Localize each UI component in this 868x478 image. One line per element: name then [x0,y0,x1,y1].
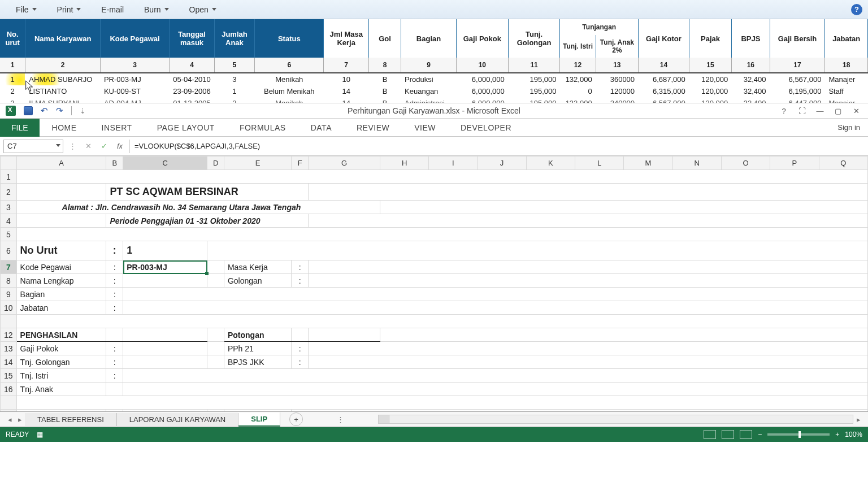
tab-insert[interactable]: INSERT [89,119,145,137]
cell[interactable] [309,274,868,288]
enter-icon[interactable]: ✓ [98,140,110,153]
cell[interactable] [207,328,224,342]
potongan-label[interactable]: Potongan [224,328,291,342]
tnj-anak-label[interactable]: Tnj. Anak [16,383,106,396]
save-icon[interactable] [24,106,33,115]
scroll-right-icon[interactable]: ▸ [853,415,863,424]
col-hdr[interactable]: E [224,157,291,170]
menu-open[interactable]: Open [179,5,227,14]
table-row[interactable]: 2 LISTIANTO KU-009-ST 23-09-2006 1 Belum… [0,85,868,97]
signin-link[interactable]: Sign in [837,123,868,132]
cell[interactable] [123,328,207,342]
colon-cell[interactable]: : [106,355,123,369]
cell[interactable] [123,301,868,315]
row-hdr[interactable]: 8 [1,274,17,288]
row-hdr[interactable]: 18 [1,410,17,412]
period-cell[interactable]: Periode Penggajian 01 -31 Oktober 2020 [106,214,309,228]
kode-label[interactable]: Kode Pegawai [16,260,106,274]
jabatan-label[interactable]: Jabatan [16,301,106,315]
cell[interactable] [380,201,868,214]
cell[interactable] [123,288,868,301]
sheet-tab-referensi[interactable]: TABEL REFERENSI [25,413,117,426]
table-row[interactable]: 1 AHMAD SUBARJO PR-003-MJ 05-04-2010 3 M… [0,73,868,85]
row-hdr[interactable]: 14 [1,355,17,369]
cell[interactable] [309,328,380,342]
table-row[interactable]: 3 ILMA SURYANI AD-004-MJ 01-12-2005 2 Me… [0,97,868,103]
col-hdr[interactable]: K [526,157,575,170]
cell[interactable] [292,410,868,412]
row-hdr[interactable]: 13 [1,342,17,355]
tab-review[interactable]: REVIEW [344,119,402,137]
zoom-slider[interactable] [767,433,830,436]
cell[interactable] [123,369,868,383]
colon-cell[interactable]: : [292,260,309,274]
cell[interactable] [106,383,123,396]
tab-data[interactable]: DATA [298,119,344,137]
row-hdr[interactable]: 10 [1,301,17,315]
view-pagelayout-icon[interactable] [722,430,734,439]
cell[interactable] [16,214,106,228]
colon-cell[interactable]: : [292,342,309,355]
help-icon[interactable]: ? [851,4,862,15]
menu-email[interactable]: E-mail [91,5,134,14]
row-hdr[interactable]: 7 [1,260,17,274]
tnj-gol-label[interactable]: Tnj. Golongan [16,355,106,369]
undo-icon[interactable]: ↶ [41,106,48,116]
col-hdr[interactable]: G [309,157,380,170]
macro-record-icon[interactable]: ▦ [37,431,43,438]
address-cell[interactable]: Alamat : Jln. Cendrawasih No. 34 Semaran… [16,201,380,214]
company-name[interactable]: PT SC AQWAM BERSINAR [106,184,309,201]
zoom-level[interactable]: 100% [845,431,862,438]
cell[interactable] [16,184,106,201]
sheet-tab-laporan[interactable]: LAPORAN GAJI KARYAWAN [117,413,239,426]
row-hdr[interactable]: 5 [1,228,17,241]
cell[interactable] [309,355,868,369]
formula-input[interactable]: =VLOOKUP($C$6,LAPGAJI,3,FALSE) [129,140,865,153]
new-sheet-button[interactable]: + [289,412,303,426]
col-hdr[interactable]: N [672,157,721,170]
row-hdr[interactable]: 6 [1,241,17,260]
colon-cell[interactable]: : [106,369,123,383]
sheet-tab-slip[interactable]: SLIP [238,412,280,427]
zoom-out-button[interactable]: − [758,431,762,438]
zoom-in-button[interactable]: + [835,431,839,438]
col-hdr[interactable]: D [207,157,224,170]
row-hdr[interactable]: 3 [1,201,17,214]
cell[interactable] [123,355,207,369]
customize-qat-icon[interactable]: ⇣ [80,107,86,115]
pph-label[interactable]: PPh 21 [224,342,291,355]
cell[interactable] [16,315,867,328]
chevron-down-icon[interactable] [56,144,60,147]
tab-view[interactable]: VIEW [402,119,448,137]
menu-file[interactable]: File [6,5,47,14]
cell[interactable] [207,241,868,260]
bpjs-label[interactable]: BPJS JKK [224,355,291,369]
col-hdr[interactable]: B [106,157,123,170]
tab-formulas[interactable]: FORMULAS [227,119,298,137]
select-all-cell[interactable] [1,157,17,170]
cell[interactable] [309,184,868,201]
row-hdr[interactable] [1,315,17,328]
gol-label[interactable]: Golongan [224,274,291,288]
menu-print[interactable]: Print [47,5,92,14]
cell[interactable] [207,410,224,412]
bagian-label[interactable]: Bagian [16,288,106,301]
row-hdr[interactable]: 4 [1,214,17,228]
tab-developer[interactable]: DEVELOPER [448,119,524,137]
total-a-label[interactable]: TOTAL (A) [16,410,106,412]
colon-cell[interactable]: : [106,342,123,355]
cell[interactable] [309,260,868,274]
cell[interactable] [123,274,207,288]
row-hdr[interactable]: 12 [1,328,17,342]
row-hdr[interactable] [1,396,17,410]
row-hdr[interactable]: 15 [1,369,17,383]
tnj-istri-label[interactable]: Tnj. Istri [16,369,106,383]
col-hdr[interactable]: L [575,157,623,170]
cell[interactable] [123,410,207,412]
sheet-nav-next-icon[interactable]: ▸ [15,415,25,424]
cell[interactable] [123,342,207,355]
col-hdr[interactable]: J [478,157,526,170]
colon-cell[interactable]: : [292,355,309,369]
horizontal-scrollbar[interactable] [378,415,853,424]
sheet-nav-prev-icon[interactable]: ◂ [5,415,15,424]
